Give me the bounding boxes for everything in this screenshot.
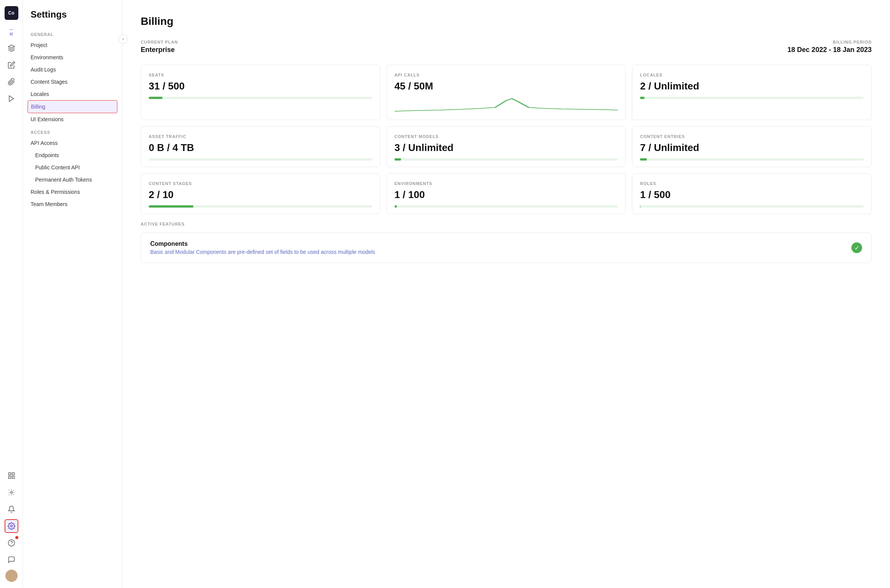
sidebar-item-endpoints[interactable]: Endpoints xyxy=(23,149,122,161)
metric-bar-fill-content-stages xyxy=(149,205,193,208)
metric-bar-fill-seats xyxy=(149,97,162,99)
metric-bar-bg-seats xyxy=(149,97,372,99)
billing-period-label: BILLING PERIOD xyxy=(788,40,872,44)
metric-label-locales: LOCALES xyxy=(640,73,864,77)
metric-value-environments: 1 / 100 xyxy=(395,189,618,201)
metric-card-environments: ENVIRONMENTS1 / 100 xyxy=(387,173,626,214)
svg-point-6 xyxy=(10,492,12,494)
page-title: Billing xyxy=(141,15,872,28)
current-plan-value: Enterprise xyxy=(141,46,178,54)
grid-icon[interactable] xyxy=(5,469,18,482)
metric-value-content-models: 3 / Unlimited xyxy=(395,142,618,154)
sidebar-item-content-stages[interactable]: Content Stages xyxy=(23,76,122,88)
metric-label-content-stages: CONTENT STAGES xyxy=(149,181,372,186)
sidebar-item-ui-extensions[interactable]: UI Extensions xyxy=(23,113,122,125)
metric-value-content-entries: 7 / Unlimited xyxy=(640,142,864,154)
workspace-avatar[interactable]: Co xyxy=(5,6,18,20)
plan-header: CURRENT PLAN Enterprise BILLING PERIOD 1… xyxy=(141,40,872,54)
metric-label-roles: ROLES xyxy=(640,181,864,186)
metric-bar-fill-content-entries xyxy=(640,158,647,161)
metric-bar-bg-content-stages xyxy=(149,205,372,208)
sidebar-collapse-button[interactable]: ‹ xyxy=(119,34,128,44)
metric-bar-fill-environments xyxy=(395,205,397,208)
metric-value-seats: 31 / 500 xyxy=(149,80,372,92)
metric-value-roles: 1 / 500 xyxy=(640,189,864,201)
current-plan-label: CURRENT PLAN xyxy=(141,40,178,44)
metric-bar-bg-content-models xyxy=(395,158,618,161)
metric-label-seats: SEATS xyxy=(149,73,372,77)
metric-bar-fill-content-models xyxy=(395,158,401,161)
sidebar-item-environments[interactable]: Environments xyxy=(23,51,122,63)
metric-bar-fill-locales xyxy=(640,97,645,99)
metric-card-api-calls: API CALLS45 / 50M xyxy=(387,65,626,120)
avatar-label: Co xyxy=(8,10,15,16)
user-avatar[interactable] xyxy=(5,570,18,582)
feature-name: Components xyxy=(150,240,375,247)
metric-bar-bg-content-entries xyxy=(640,158,864,161)
metric-bar-bg-roles xyxy=(640,205,864,208)
feature-card-components: Components Basic and Modular Components … xyxy=(141,232,872,263)
metric-label-api-calls: API CALLS xyxy=(395,73,618,77)
sidebar-section-access: ACCESS xyxy=(23,125,122,137)
chat-icon[interactable] xyxy=(5,553,18,567)
metric-bar-bg-environments xyxy=(395,205,618,208)
sidebar-section-general: GENERAL xyxy=(23,28,122,39)
paperclip-icon[interactable] xyxy=(5,75,18,89)
svg-rect-2 xyxy=(8,473,11,475)
settings-icon[interactable] xyxy=(5,519,18,533)
sidebar-item-team-members[interactable]: Team Members xyxy=(23,198,122,210)
feature-description: Basic and Modular Components are pre-def… xyxy=(150,249,375,255)
svg-marker-1 xyxy=(9,96,14,102)
billing-period-value: 18 Dec 2022 - 18 Jan 2023 xyxy=(788,46,872,54)
metric-label-environments: ENVIRONMENTS xyxy=(395,181,618,186)
metric-label-content-entries: CONTENT ENTRIES xyxy=(640,134,864,139)
sidebar-item-public-content-api[interactable]: Public Content API xyxy=(23,161,122,174)
metrics-grid: SEATS31 / 500API CALLS45 / 50M LOCALES2 … xyxy=(141,65,872,214)
metric-bar-fill-roles xyxy=(640,205,640,208)
notifications-wrapper xyxy=(5,502,18,516)
sparkline-api-calls xyxy=(395,97,618,112)
metric-value-locales: 2 / Unlimited xyxy=(640,80,864,92)
alert-dot xyxy=(15,536,18,539)
metric-card-content-stages: CONTENT STAGES2 / 10 xyxy=(141,173,380,214)
sidebar-item-locales[interactable]: Locales xyxy=(23,88,122,100)
metric-value-asset-traffic: 0 B / 4 TB xyxy=(149,142,372,154)
integrations-icon[interactable] xyxy=(5,486,18,499)
metric-card-asset-traffic: ASSET TRAFFIC0 B / 4 TB xyxy=(141,126,380,167)
metric-card-content-models: CONTENT MODELS3 / Unlimited xyxy=(387,126,626,167)
sync-icon[interactable]: ↔ M xyxy=(5,24,18,38)
metric-label-content-models: CONTENT MODELS xyxy=(395,134,618,139)
play-icon[interactable] xyxy=(5,92,18,106)
feature-enabled-icon: ✓ xyxy=(851,242,862,253)
metric-card-seats: SEATS31 / 500 xyxy=(141,65,380,120)
metric-card-roles: ROLES1 / 500 xyxy=(632,173,872,214)
sidebar: Settings GENERAL Project Environments Au… xyxy=(23,0,122,588)
metric-bar-bg-locales xyxy=(640,97,864,99)
bell-icon[interactable] xyxy=(5,502,18,516)
metric-label-asset-traffic: ASSET TRAFFIC xyxy=(149,134,372,139)
main-content: Billing CURRENT PLAN Enterprise BILLING … xyxy=(122,0,890,588)
metric-value-api-calls: 45 / 50M xyxy=(395,80,618,92)
sidebar-item-billing[interactable]: Billing xyxy=(28,100,117,113)
sidebar-item-project[interactable]: Project xyxy=(23,39,122,51)
svg-rect-3 xyxy=(12,473,14,475)
sidebar-item-api-access[interactable]: API Access xyxy=(23,137,122,149)
active-features-label: ACTIVE FEATURES xyxy=(141,222,872,226)
svg-marker-0 xyxy=(8,45,15,48)
sidebar-title: Settings xyxy=(23,9,122,28)
metric-value-content-stages: 2 / 10 xyxy=(149,189,372,201)
alert-wrapper xyxy=(5,536,18,550)
metric-bar-bg-asset-traffic xyxy=(149,158,372,161)
svg-rect-5 xyxy=(12,476,14,479)
layers-icon[interactable] xyxy=(5,41,18,55)
metric-card-content-entries: CONTENT ENTRIES7 / Unlimited xyxy=(632,126,872,167)
icon-bar: Co ↔ M xyxy=(0,0,23,588)
metric-card-locales: LOCALES2 / Unlimited xyxy=(632,65,872,120)
sidebar-item-roles-permissions[interactable]: Roles & Permissions xyxy=(23,186,122,198)
svg-rect-4 xyxy=(8,476,11,479)
sidebar-item-permanent-auth-tokens[interactable]: Permanent Auth Tokens xyxy=(23,174,122,186)
edit-icon[interactable] xyxy=(5,58,18,72)
sidebar-item-audit-logs[interactable]: Audit Logs xyxy=(23,63,122,76)
svg-point-7 xyxy=(10,525,12,527)
